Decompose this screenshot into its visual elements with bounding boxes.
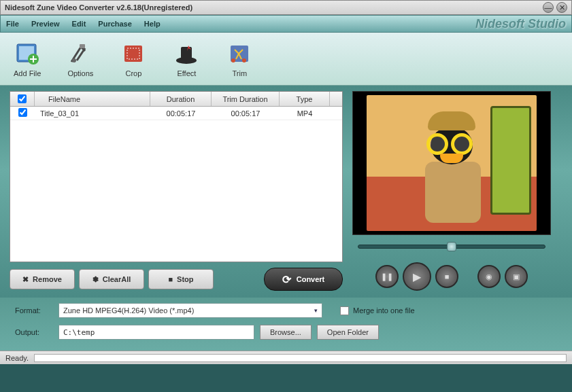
row-type: MP4 — [280, 109, 330, 118]
convert-label: Convert — [297, 275, 325, 283]
effect-label: Effect — [177, 69, 196, 77]
seek-slider[interactable] — [358, 245, 545, 249]
brand-logo: Nidesoft Studio — [475, 17, 566, 31]
merge-text: Merge into one file — [353, 306, 415, 315]
effect-icon — [173, 40, 200, 67]
row-duration: 00:05:17 — [150, 109, 212, 118]
menu-preview[interactable]: Preview — [31, 20, 60, 28]
trim-label: Trim — [233, 69, 248, 77]
action-row: ✖ Remove ✽ ClearAll ■ Stop ⟳ Convert — [10, 268, 343, 291]
seek-thumb[interactable] — [447, 242, 456, 251]
close-icon: ✕ — [559, 3, 565, 12]
output-path-input[interactable] — [58, 325, 254, 340]
add-file-button[interactable]: Add File — [14, 40, 41, 77]
clear-all-button[interactable]: ✽ ClearAll — [79, 269, 144, 289]
pause-button[interactable]: ❚❚ — [375, 265, 399, 288]
options-button[interactable]: Options — [67, 40, 94, 77]
menu-list: File Preview Edit Purchase Help — [6, 20, 161, 28]
convert-button[interactable]: ⟳ Convert — [264, 268, 343, 291]
right-panel: ❚❚ ▶ ■ ◉ ▣ — [352, 91, 551, 291]
svg-point-4 — [72, 58, 76, 63]
crop-label: Crop — [125, 69, 141, 77]
snapshot-button[interactable]: ◉ — [477, 265, 501, 288]
status-text: Ready. — [5, 354, 29, 362]
row-checkbox[interactable] — [10, 108, 35, 118]
titlebar: Nidesoft Zune Video Converter v2.6.18(Un… — [0, 0, 572, 15]
stop-label: Stop — [177, 275, 193, 283]
crop-icon — [120, 40, 147, 67]
format-row: Format: Zune HD MPEG4(H.264) Video (*.mp… — [15, 303, 557, 318]
row-trim-duration: 00:05:17 — [212, 109, 280, 118]
window-title: Nidesoft Zune Video Converter v2.6.18(Un… — [5, 3, 192, 12]
statusbar: Ready. — [0, 351, 572, 364]
open-folder-button[interactable]: Open Folder — [317, 325, 379, 340]
header-trim-duration[interactable]: Trim Duration — [212, 92, 280, 106]
header-type[interactable]: Type — [280, 92, 330, 106]
open-snapshot-folder-button[interactable]: ▣ — [505, 265, 528, 288]
row-filename: Title_03_01 — [35, 109, 150, 118]
format-select[interactable]: Zune HD MPEG4(H.264) Video (*.mp4) ▾ — [58, 303, 322, 318]
merge-checkbox[interactable] — [340, 306, 349, 315]
stop-button[interactable]: ■ Stop — [148, 269, 214, 289]
snapshot-icon: ◉ — [486, 272, 492, 281]
add-file-label: Add File — [14, 69, 41, 77]
play-icon: ▶ — [413, 270, 421, 283]
trim-button[interactable]: Trim — [226, 40, 253, 77]
minimize-icon: — — [545, 3, 552, 12]
remove-label: Remove — [33, 275, 62, 283]
chevron-down-icon: ▾ — [314, 307, 318, 314]
menubar: File Preview Edit Purchase Help Nidesoft… — [0, 15, 572, 33]
remove-icon: ✖ — [22, 275, 29, 284]
stop-playback-button[interactable]: ■ — [435, 265, 458, 288]
table-row[interactable]: Title_03_01 00:05:17 00:05:17 MP4 — [10, 107, 342, 120]
merge-checkbox-label[interactable]: Merge into one file — [340, 306, 415, 315]
pause-icon: ❚❚ — [381, 272, 393, 281]
options-icon — [67, 40, 94, 67]
menu-help[interactable]: Help — [144, 20, 161, 28]
close-button[interactable]: ✕ — [556, 2, 567, 13]
bottom-form: Format: Zune HD MPEG4(H.264) Video (*.mp… — [0, 298, 572, 351]
menu-file[interactable]: File — [6, 20, 19, 28]
svg-rect-3 — [80, 44, 85, 48]
main-area: FileName Duration Trim Duration Type Tit… — [0, 86, 572, 298]
convert-icon: ⟳ — [282, 273, 291, 286]
add-file-icon — [14, 40, 41, 67]
left-panel: FileName Duration Trim Duration Type Tit… — [10, 91, 343, 291]
menu-purchase[interactable]: Purchase — [98, 20, 132, 28]
effect-button[interactable]: Effect — [173, 40, 200, 77]
titlebar-buttons: — ✕ — [543, 2, 567, 13]
preview-video-frame — [367, 95, 537, 231]
crop-button[interactable]: Crop — [120, 40, 147, 77]
progress-bar — [34, 354, 567, 362]
file-table: FileName Duration Trim Duration Type Tit… — [10, 91, 343, 262]
svg-point-10 — [231, 58, 235, 63]
output-row: Output: Browse... Open Folder — [15, 325, 557, 340]
format-value: Zune HD MPEG4(H.264) Video (*.mp4) — [63, 306, 194, 315]
folder-icon: ▣ — [513, 272, 520, 281]
header-checkbox[interactable] — [10, 92, 35, 106]
minimize-button[interactable]: — — [543, 2, 554, 13]
clear-all-label: ClearAll — [103, 275, 131, 283]
trim-icon — [226, 40, 253, 67]
format-label: Format: — [15, 306, 53, 315]
header-filename[interactable]: FileName — [35, 92, 150, 106]
playback-controls: ❚❚ ▶ ■ ◉ ▣ — [352, 262, 551, 291]
stop-icon: ■ — [168, 275, 173, 283]
table-header-row: FileName Duration Trim Duration Type — [10, 92, 342, 107]
browse-button[interactable]: Browse... — [260, 325, 312, 340]
remove-button[interactable]: ✖ Remove — [10, 269, 75, 289]
toolbar: Add File Options Crop Effect Trim — [0, 33, 572, 86]
header-duration[interactable]: Duration — [150, 92, 212, 106]
output-label: Output: — [15, 328, 53, 336]
stop-playback-icon: ■ — [445, 272, 450, 281]
options-label: Options — [67, 69, 93, 77]
svg-point-11 — [242, 58, 246, 63]
preview-pane — [352, 91, 551, 235]
play-button[interactable]: ▶ — [403, 262, 431, 291]
clear-icon: ✽ — [92, 275, 99, 284]
menu-edit[interactable]: Edit — [72, 20, 86, 28]
